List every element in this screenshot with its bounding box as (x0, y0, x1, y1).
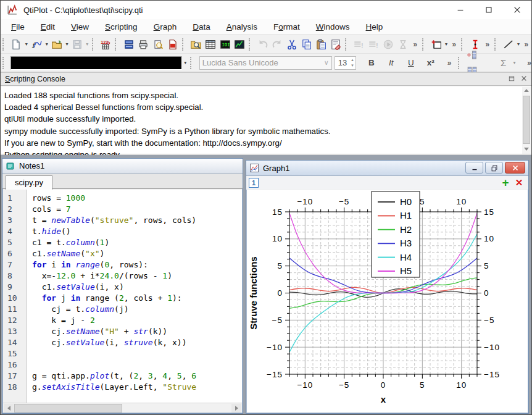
save-project-dropdown-icon[interactable]: ▾ (85, 36, 90, 52)
underline-button[interactable]: U (403, 56, 419, 70)
project-explorer-button[interactable] (188, 36, 203, 52)
bold-button[interactable]: B (364, 56, 380, 70)
italic-button[interactable]: It (383, 56, 399, 70)
toolbar-handle[interactable] (92, 38, 96, 51)
toolbar-handle[interactable] (345, 38, 349, 51)
duplicate-window-button[interactable] (122, 36, 136, 52)
execute-line-button[interactable]: ! (352, 36, 367, 52)
code-editor[interactable]: 123456789101112131415161718 rows = 1000c… (3, 190, 242, 403)
add-layer-button[interactable]: + (499, 177, 512, 188)
scrollbar-thumb[interactable] (523, 96, 530, 144)
print-preview-button[interactable] (151, 36, 165, 52)
scroll-left-icon[interactable] (4, 404, 14, 413)
plot-canvas[interactable]: −10−10−5−500551010151510105500−5−5−10−10… (247, 190, 528, 413)
run-script-button[interactable] (381, 36, 396, 52)
menu-item-windows[interactable]: Windows (308, 20, 358, 33)
remove-layer-button[interactable]: ✕ (513, 177, 525, 188)
busy-hourglass-button[interactable] (396, 36, 410, 52)
font-family-combobox[interactable]: Lucida Sans Unicode ∨ (199, 56, 332, 70)
overflow-chevron-icon[interactable]: » (413, 40, 417, 49)
graph-minimize-button[interactable] (465, 162, 483, 174)
code-line: rows = 1000 (32, 193, 242, 204)
import-ascii-button[interactable]: 123 (99, 36, 114, 52)
erase-button[interactable] (328, 36, 343, 52)
title-bar[interactable]: QtiPlot - C:\qtiplot\test\qti\scipy.qti (1, 1, 531, 19)
toolbar-handle[interactable] (249, 38, 253, 51)
console-dock-header[interactable]: Scripting Console (1, 72, 531, 86)
add-column-button[interactable] (464, 47, 480, 63)
new-project-button[interactable] (9, 36, 24, 52)
menu-item-format[interactable]: Format (265, 20, 308, 33)
overflow-chevron-icon[interactable]: » (527, 59, 531, 67)
menu-item-file[interactable]: File (3, 20, 33, 33)
menu-item-edit[interactable]: Edit (33, 20, 63, 33)
plot-wizard-button[interactable] (232, 36, 247, 52)
toolbar-handle[interactable] (2, 38, 7, 51)
maximize-button[interactable] (475, 1, 503, 19)
show-table-button[interactable] (203, 36, 218, 52)
add-layer-dropdown-icon[interactable]: ▾ (443, 36, 449, 52)
minimize-button[interactable] (446, 1, 475, 19)
menu-item-analysis[interactable]: Analysis (218, 20, 265, 33)
display-dropdown-icon[interactable]: ▾ (182, 55, 188, 71)
tab-scipy-py[interactable]: scipy.py (6, 175, 52, 190)
legend[interactable]: H0H1H2H3H4H5 (372, 191, 420, 277)
show-console-button[interactable]: IOI (218, 36, 233, 52)
sum-column-button[interactable]: Σ (496, 56, 512, 70)
code-text-area[interactable]: rows = 1000cols = 7t = newTable("struve"… (27, 190, 242, 403)
graph-close-button[interactable] (505, 162, 525, 174)
overflow-chevron-icon[interactable]: » (447, 59, 452, 67)
toolbar-handle[interactable] (422, 38, 426, 51)
cut-button[interactable] (285, 36, 299, 52)
font-family-value: Lucida Sans Unicode (202, 58, 324, 67)
toolbar-handle[interactable] (115, 38, 119, 51)
font-size-spinner[interactable]: 13 ▲▼ (335, 56, 356, 70)
console-scrollbar[interactable] (522, 87, 531, 154)
toolbar-handle[interactable] (2, 57, 7, 69)
scroll-down-icon[interactable] (524, 148, 529, 151)
redo-button[interactable] (270, 36, 285, 52)
superscript-button[interactable]: x² (423, 56, 439, 70)
console-output[interactable]: Loaded 188 special functions from scipy.… (1, 86, 531, 154)
menu-item-help[interactable]: Help (358, 20, 391, 33)
scroll-right-icon[interactable] (231, 404, 241, 413)
scroll-up-icon[interactable] (524, 89, 529, 92)
layer-1-button[interactable]: 1 (249, 178, 259, 188)
new-project-dropdown-icon[interactable]: ▾ (23, 36, 29, 52)
graph-restore-button[interactable] (485, 162, 503, 174)
overflow-chevron-icon[interactable]: » (525, 40, 529, 49)
data-display-box[interactable] (10, 56, 183, 70)
notes-horizontal-scrollbar[interactable] (3, 403, 242, 413)
dock-float-button[interactable] (508, 75, 515, 84)
notes-title-bar[interactable]: Notes1 (2, 159, 243, 174)
paste-button[interactable] (314, 36, 329, 52)
spinner-arrows-icon[interactable]: ▲▼ (351, 57, 354, 69)
execute-all-button[interactable]: ! (366, 36, 381, 52)
draw-line-dropdown-icon[interactable]: ▾ (515, 36, 521, 52)
sigma-dropdown-icon[interactable]: ▾ (512, 55, 518, 71)
overflow-chevron-icon[interactable]: » (452, 40, 457, 49)
print-button[interactable] (136, 36, 151, 52)
save-project-button[interactable] (70, 36, 85, 52)
new-function-plot-button[interactable]: f (29, 36, 44, 52)
toolbar-handle[interactable] (458, 57, 462, 69)
menu-item-scripting[interactable]: Scripting (97, 20, 146, 33)
console-line: If you are new to SymPy, start with the … (4, 137, 519, 149)
menu-item-view[interactable]: View (63, 20, 97, 33)
close-button[interactable] (503, 1, 531, 19)
graph-title-bar[interactable]: Graph1 (246, 161, 528, 176)
dock-close-button[interactable] (520, 75, 528, 84)
add-layer-button[interactable] (429, 36, 444, 52)
menu-item-graph[interactable]: Graph (146, 20, 185, 33)
copy-button[interactable] (299, 36, 314, 52)
draw-line-button[interactable] (501, 36, 516, 52)
toolbar-handle[interactable] (190, 57, 194, 69)
new-function-plot-dropdown-icon[interactable]: ▾ (44, 36, 49, 52)
open-project-button[interactable] (49, 36, 64, 52)
export-pdf-button[interactable] (165, 36, 180, 52)
menu-item-data[interactable]: Data (185, 20, 218, 33)
scrollbar-thumb[interactable] (14, 404, 122, 413)
toolbar-handle[interactable] (182, 38, 186, 51)
open-project-dropdown-icon[interactable]: ▾ (64, 36, 70, 52)
undo-button[interactable] (256, 36, 270, 52)
